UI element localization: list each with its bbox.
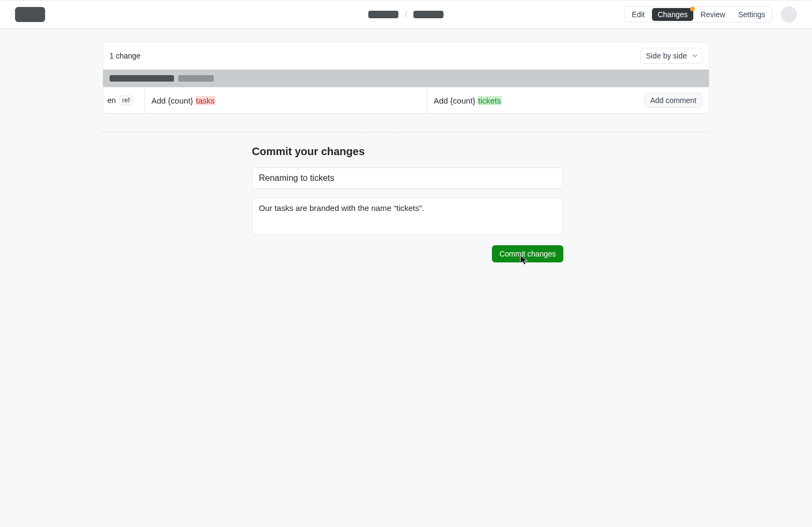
commit-section: Commit your changes Our tasks are brande… bbox=[252, 145, 563, 262]
tab-changes[interactable]: Changes bbox=[652, 8, 693, 21]
key-meta-placeholder bbox=[178, 75, 214, 82]
tab-changes-label: Changes bbox=[657, 10, 687, 19]
diff-row: en ref Add {count} tasks Add {count} tic… bbox=[103, 87, 709, 113]
commit-changes-button[interactable]: Commit changes bbox=[492, 245, 563, 262]
commit-summary-input[interactable] bbox=[252, 167, 563, 189]
diff-old-value: Add {count} tasks bbox=[145, 87, 427, 113]
tab-group: Edit Changes Review Settings bbox=[625, 6, 772, 23]
diff-new-prefix: Add {count} bbox=[434, 96, 478, 105]
app-header: / Edit Changes Review Settings bbox=[0, 0, 812, 29]
breadcrumb: / bbox=[368, 10, 444, 19]
changes-count: 1 change bbox=[110, 52, 141, 60]
tab-review[interactable]: Review bbox=[695, 8, 731, 21]
diff-new-value: Add {count} tickets Add comment bbox=[427, 87, 709, 113]
logo[interactable] bbox=[15, 7, 45, 22]
section-divider bbox=[103, 132, 709, 133]
view-mode-select[interactable]: Side by side bbox=[640, 48, 702, 64]
notification-dot-icon bbox=[690, 6, 695, 11]
tab-settings[interactable]: Settings bbox=[733, 8, 771, 21]
diff-removed: tasks bbox=[195, 96, 215, 105]
changes-card: 1 change Side by side en ref Add {count}… bbox=[103, 42, 709, 114]
tab-edit[interactable]: Edit bbox=[626, 8, 650, 21]
commit-actions: Commit changes bbox=[252, 245, 563, 262]
breadcrumb-repo[interactable] bbox=[414, 11, 444, 18]
ref-badge: ref bbox=[119, 96, 133, 105]
commit-heading: Commit your changes bbox=[252, 145, 563, 158]
breadcrumb-project[interactable] bbox=[368, 11, 398, 18]
avatar[interactable] bbox=[781, 6, 797, 23]
main-content: 1 change Side by side en ref Add {count}… bbox=[103, 29, 709, 275]
translation-key-row[interactable] bbox=[103, 70, 709, 87]
commit-description-input[interactable]: Our tasks are branded with the name “tic… bbox=[252, 197, 563, 235]
header-right: Edit Changes Review Settings bbox=[625, 6, 797, 23]
key-name-placeholder bbox=[110, 75, 174, 82]
add-comment-button[interactable]: Add comment bbox=[644, 93, 702, 108]
diff-old-prefix: Add {count} bbox=[151, 96, 195, 105]
chevron-down-icon bbox=[692, 53, 698, 58]
diff-lang-cell: en ref bbox=[103, 87, 145, 113]
changes-card-header: 1 change Side by side bbox=[103, 42, 709, 70]
diff-added: tickets bbox=[477, 96, 502, 105]
view-mode-value: Side by side bbox=[646, 52, 687, 60]
lang-code: en bbox=[107, 96, 116, 105]
breadcrumb-separator: / bbox=[405, 10, 407, 19]
